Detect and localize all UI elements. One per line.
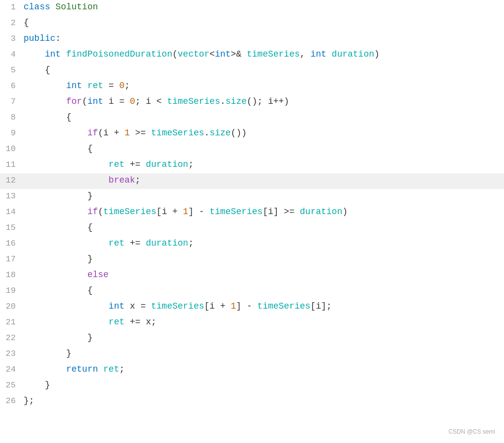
code-line-6: 6 int ret = 0; (0, 79, 504, 95)
code-line-25: 25 } (0, 378, 504, 394)
code-line-10: 10 { (0, 142, 504, 158)
line-code-7: for(int i = 0; i < timeSeries.size(); i+… (24, 95, 504, 109)
line-num-9: 9 (0, 127, 24, 140)
line-code-6: int ret = 0; (24, 79, 504, 94)
line-num-13: 13 (0, 190, 24, 203)
code-line-7: 7 for(int i = 0; i < timeSeries.size(); … (0, 95, 504, 110)
line-num-16: 16 (0, 237, 24, 251)
code-line-19: 19 { (0, 284, 504, 299)
line-num-14: 14 (0, 205, 24, 219)
line-num-1: 1 (0, 0, 24, 14)
line-code-3: public: (24, 32, 504, 46)
line-code-10: { (24, 142, 504, 157)
line-code-9: if(i + 1 >= timeSeries.size()) (24, 126, 504, 141)
code-line-16: 16 ret += duration; (0, 236, 504, 252)
line-code-24: return ret; (24, 362, 504, 377)
code-line-17: 17 } (0, 252, 504, 268)
line-code-5: { (24, 63, 504, 78)
line-num-22: 22 (0, 331, 24, 345)
line-code-20: int x = timeSeries[i + 1] - timeSeries[i… (24, 299, 504, 314)
line-code-8: { (24, 110, 504, 125)
code-line-22: 22 } (0, 331, 504, 347)
line-num-24: 24 (0, 363, 24, 377)
line-code-14: if(timeSeries[i + 1] - timeSeries[i] >= … (24, 205, 504, 220)
code-line-2: 2 { (0, 16, 504, 32)
line-code-13: } (24, 189, 504, 204)
line-code-26: }; (24, 394, 504, 409)
code-line-1: 1 class Solution (0, 0, 504, 16)
line-num-25: 25 (0, 379, 24, 392)
code-line-8: 8 { (0, 110, 504, 126)
code-line-20: 20 int x = timeSeries[i + 1] - timeSerie… (0, 299, 504, 315)
line-code-21: ret += x; (24, 315, 504, 330)
line-code-12: break; (24, 173, 504, 188)
line-num-21: 21 (0, 316, 24, 329)
line-num-19: 19 (0, 284, 24, 298)
line-code-11: ret += duration; (24, 158, 504, 172)
code-line-24: 24 return ret; (0, 362, 504, 378)
code-line-15: 15 { (0, 221, 504, 236)
code-line-5: 5 { (0, 63, 504, 79)
line-num-2: 2 (0, 16, 24, 30)
line-num-8: 8 (0, 111, 24, 125)
line-code-4: int findPoisonedDuration(vector<int>& ti… (24, 47, 504, 62)
line-num-6: 6 (0, 79, 24, 93)
line-num-23: 23 (0, 347, 24, 361)
code-line-18: 18 else (0, 268, 504, 284)
line-num-18: 18 (0, 268, 24, 282)
line-code-16: ret += duration; (24, 236, 504, 251)
code-line-12: 12 break; (0, 173, 504, 189)
line-num-11: 11 (0, 158, 24, 172)
line-num-3: 3 (0, 32, 24, 46)
line-num-4: 4 (0, 48, 24, 62)
line-num-5: 5 (0, 63, 24, 77)
line-code-25: } (24, 378, 504, 393)
line-num-15: 15 (0, 221, 24, 235)
code-line-21: 21 ret += x; (0, 315, 504, 331)
line-num-20: 20 (0, 300, 24, 314)
line-num-10: 10 (0, 142, 24, 156)
code-line-11: 11 ret += duration; (0, 158, 504, 173)
line-code-19: { (24, 284, 504, 298)
line-num-17: 17 (0, 253, 24, 266)
line-code-1: class Solution (24, 0, 504, 15)
code-editor: 1 class Solution 2 { 3 public: 4 int fin… (0, 0, 504, 443)
code-line-23: 23 } (0, 347, 504, 362)
code-line-26: 26 }; (0, 394, 504, 410)
code-line-4: 4 int findPoisonedDuration(vector<int>& … (0, 47, 504, 63)
code-line-13: 13 } (0, 189, 504, 205)
code-line-9: 9 if(i + 1 >= timeSeries.size()) (0, 126, 504, 142)
line-num-26: 26 (0, 394, 24, 408)
line-num-12: 12 (0, 174, 24, 188)
code-line-14: 14 if(timeSeries[i + 1] - timeSeries[i] … (0, 205, 504, 221)
code-line-3: 3 public: (0, 32, 504, 47)
line-code-15: { (24, 221, 504, 235)
line-code-23: } (24, 347, 504, 361)
line-num-7: 7 (0, 95, 24, 109)
line-code-17: } (24, 252, 504, 267)
line-code-22: } (24, 331, 504, 346)
watermark: CSDN @CS semi (448, 427, 495, 437)
line-code-2: { (24, 16, 504, 31)
line-code-18: else (24, 268, 504, 283)
